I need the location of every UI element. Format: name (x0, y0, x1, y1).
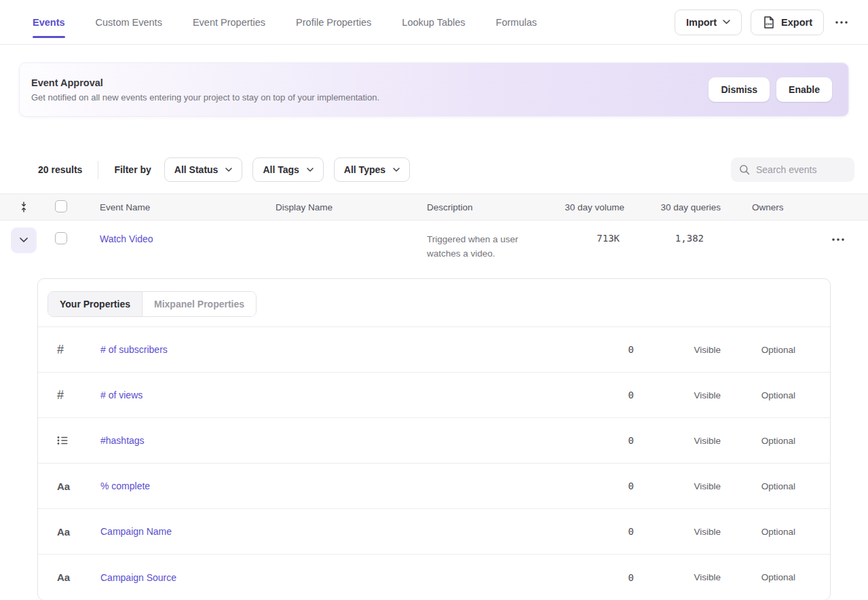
list-property-icon (38, 436, 100, 445)
property-name-link[interactable]: # of subscribers (100, 344, 593, 355)
banner-actions: Dismiss Enable (709, 77, 832, 102)
chevron-down-icon (723, 20, 730, 24)
property-visibility: Visible (694, 345, 721, 355)
number-property-icon: # (38, 388, 100, 402)
banner-title: Event Approval (31, 77, 379, 88)
property-volume: 0 (628, 481, 634, 491)
types-filter-dropdown[interactable]: All Types (334, 157, 410, 182)
top-navigation: Events Custom Events Event Properties Pr… (0, 0, 868, 45)
property-requirement: Optional (761, 345, 795, 355)
row-more-options-button[interactable] (829, 234, 847, 245)
select-all-checkbox[interactable] (55, 200, 67, 212)
property-visibility: Visible (694, 481, 721, 491)
property-row: Aa Campaign Source 0 Visible Optional (38, 555, 830, 600)
property-requirement: Optional (761, 572, 795, 582)
filter-bar: 20 results Filter by All Status All Tags… (38, 157, 854, 182)
column-header-owners: Owners (721, 202, 808, 212)
tags-filter-dropdown[interactable]: All Tags (252, 157, 323, 182)
csv-file-icon: csv (762, 16, 775, 29)
property-visibility: Visible (694, 572, 721, 582)
tab-events[interactable]: Events (33, 0, 65, 44)
property-volume: 0 (628, 435, 634, 446)
properties-tabs: Your Properties Mixpanel Properties (48, 291, 257, 317)
text-property-icon: Aa (38, 571, 100, 583)
property-requirement: Optional (761, 390, 795, 400)
divider (98, 161, 98, 179)
more-icon (832, 238, 844, 241)
collapse-rows-icon (18, 202, 29, 212)
column-header-description: Description (427, 202, 550, 212)
property-row: # # of views 0 Visible Optional (38, 373, 830, 418)
filter-by-label: Filter by (114, 164, 151, 175)
property-name-link[interactable]: #hashtags (100, 435, 593, 446)
tags-filter-label: All Tags (263, 164, 299, 175)
export-button[interactable]: csv Export (751, 10, 824, 35)
types-filter-label: All Types (344, 164, 385, 175)
tab-custom-events[interactable]: Custom Events (96, 0, 162, 44)
import-button[interactable]: Import (675, 10, 742, 35)
event-approval-banner: Event Approval Get notified on all new e… (19, 62, 849, 117)
number-property-icon: # (38, 343, 100, 357)
nav-tabs: Events Custom Events Event Properties Pr… (33, 0, 537, 44)
banner-subtitle: Get notified on all new events entering … (31, 92, 379, 102)
search-input[interactable] (756, 164, 846, 175)
chevron-down-icon (20, 238, 28, 243)
events-table-header: Event Name Display Name Description 30 d… (0, 193, 868, 221)
volume-value: 713K (597, 227, 624, 244)
enable-button[interactable]: Enable (776, 77, 832, 102)
properties-panel-header: Your Properties Mixpanel Properties (38, 279, 830, 327)
property-row: Aa Campaign Name 0 Visible Optional (38, 509, 830, 555)
nav-actions: Import csv Export (675, 10, 850, 35)
chevron-down-icon (307, 168, 314, 172)
column-header-volume: 30 day volume (565, 202, 624, 212)
event-properties-panel: Your Properties Mixpanel Properties # # … (37, 278, 831, 600)
table-row-watch-video: Watch Video Triggered when a user watche… (0, 221, 868, 268)
tab-event-properties[interactable]: Event Properties (193, 0, 265, 44)
property-visibility: Visible (694, 527, 721, 537)
status-filter-dropdown[interactable]: All Status (164, 157, 243, 182)
column-header-display-name: Display Name (276, 202, 427, 212)
event-name-link[interactable]: Watch Video (100, 227, 276, 244)
export-button-label: Export (781, 17, 812, 28)
property-name-link[interactable]: Campaign Name (100, 526, 593, 537)
chevron-down-icon (225, 168, 232, 172)
dismiss-button[interactable]: Dismiss (709, 77, 770, 102)
tab-profile-properties[interactable]: Profile Properties (296, 0, 371, 44)
tab-lookup-tables[interactable]: Lookup Tables (402, 0, 465, 44)
property-name-link[interactable]: # of views (100, 390, 593, 400)
svg-text:csv: csv (766, 21, 772, 25)
collapse-row-button[interactable] (11, 227, 37, 253)
search-icon (739, 164, 750, 175)
event-description: Triggered when a user watches a video. (427, 227, 550, 261)
property-volume: 0 (628, 526, 634, 537)
import-button-label: Import (686, 17, 717, 28)
property-requirement: Optional (761, 527, 795, 537)
property-volume: 0 (628, 344, 634, 355)
property-name-link[interactable]: % complete (100, 481, 593, 491)
text-property-icon: Aa (38, 481, 100, 492)
results-count: 20 results (38, 164, 82, 175)
property-name-link[interactable]: Campaign Source (100, 572, 593, 583)
status-filter-label: All Status (174, 164, 219, 175)
property-volume: 0 (628, 390, 634, 400)
search-box[interactable] (731, 157, 854, 182)
property-visibility: Visible (694, 390, 721, 400)
property-row: #hashtags 0 Visible Optional (38, 418, 830, 464)
row-checkbox[interactable] (55, 232, 67, 244)
text-property-icon: Aa (38, 526, 100, 538)
property-visibility: Visible (694, 436, 721, 446)
property-row: Aa % complete 0 Visible Optional (38, 464, 830, 509)
property-requirement: Optional (761, 436, 795, 446)
property-requirement: Optional (761, 481, 795, 491)
column-header-queries: 30 day queries (660, 202, 721, 212)
collapse-rows-button[interactable] (0, 202, 55, 212)
queries-value: 1,382 (675, 227, 721, 244)
banner-text: Event Approval Get notified on all new e… (31, 77, 379, 102)
more-icon (835, 21, 848, 24)
property-volume: 0 (628, 572, 634, 583)
more-options-button[interactable] (833, 17, 850, 28)
tab-mixpanel-properties[interactable]: Mixpanel Properties (143, 292, 256, 316)
property-row: # # of subscribers 0 Visible Optional (38, 327, 830, 373)
tab-your-properties[interactable]: Your Properties (48, 292, 143, 316)
tab-formulas[interactable]: Formulas (496, 0, 537, 44)
